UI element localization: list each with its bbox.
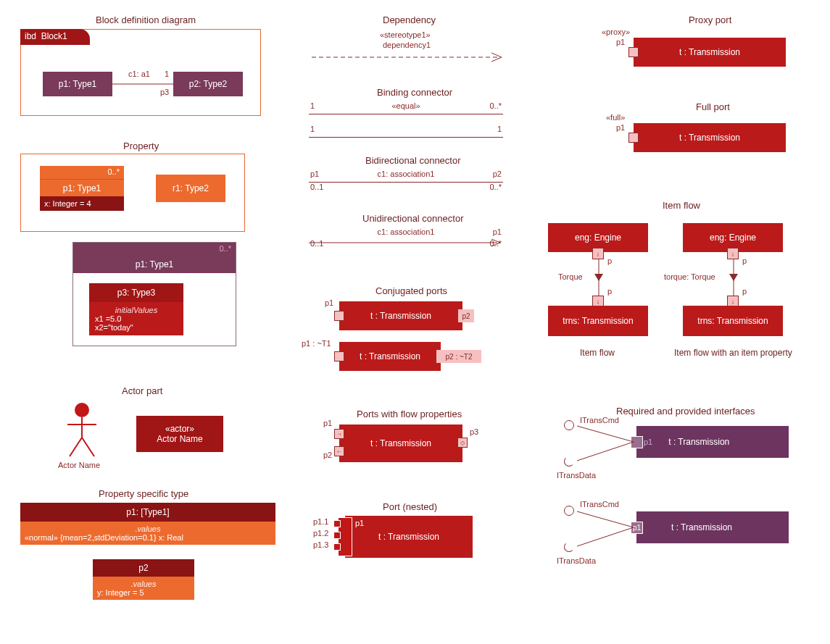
bidir-tr: p2 (493, 170, 502, 178)
iface2-cmd: ITransCmd (580, 500, 619, 509)
prop-title: Property (123, 141, 159, 151)
bind-bl: 1 (310, 125, 315, 133)
if2-trns: trns: Transmission (683, 306, 783, 336)
uni-title: Unidirectional connector (362, 213, 463, 224)
if1-port-top: ↓ (592, 248, 604, 259)
bdd-title: Block definition diagram (96, 14, 196, 25)
flow-triangle-icon (593, 272, 605, 284)
if1-trns: trns: Transmission (548, 306, 648, 336)
prop-nested: 0..* p1: Type1 p3: Type3 initialValues x… (72, 242, 236, 346)
bidir-block: p1 c1: association1 p2 0..1 0..* (309, 170, 503, 194)
arc-icon (564, 456, 574, 467)
bind-br: 1 (497, 125, 502, 133)
nested-p13 (333, 543, 341, 551)
nested-p11-label: p1.1 (313, 517, 328, 526)
bind-eq: «equal» (391, 101, 420, 110)
prop-p1-mult: 0..* (40, 166, 124, 179)
bidir-bl: 0..1 (310, 183, 323, 191)
actor-box: «actor» Actor Name (136, 416, 223, 452)
if1-ptop: p (607, 256, 612, 265)
bdd-tab: ibd Block1 (20, 29, 90, 45)
if2-cap: Item flow with an item property (674, 348, 792, 358)
nested-p13-label: p1.3 (313, 540, 328, 549)
iface1-lines (567, 423, 634, 467)
prop-r1: r1: Type2 (156, 175, 225, 202)
conj-p2: p2 (458, 309, 474, 322)
conj-p2b: p2 : ~T2 (436, 350, 481, 363)
arc-icon (564, 542, 574, 552)
itemflow-title: Item flow (663, 200, 700, 211)
iface1-p: p1 (644, 438, 652, 446)
conj-p1: p1 (325, 298, 333, 307)
conj-box1: t : Transmission (339, 301, 462, 330)
ibd-label: ibd (25, 31, 36, 41)
pst-p1: p1: [Type1] (20, 503, 275, 522)
conj-p1b-port (334, 351, 344, 361)
bdd-p1: p1: Type1 (43, 72, 112, 96)
pst-values2: .values (97, 580, 190, 588)
svg-line-14 (577, 511, 634, 527)
pst-p2: p2 (93, 559, 194, 577)
block-name: Block1 (41, 31, 67, 41)
prop-p1-name: p1: Type1 (40, 179, 124, 196)
actor-name-label: Actor Name (58, 461, 100, 469)
proxy-box: t : Transmission (634, 38, 786, 67)
bdd-frame: ibd Block1 p1: Type1 p2: Type2 c1: a1 1 … (20, 29, 261, 116)
pst-expr: «normal» {mean=2,stdDeviation=0.1} x: Re… (25, 533, 271, 542)
uni-tr: p1 (493, 227, 502, 236)
nested-title: Port (nested) (383, 501, 437, 512)
svg-line-5 (82, 438, 94, 456)
full-box: t : Transmission (634, 123, 786, 152)
if2-pbot: p (742, 287, 747, 296)
uni-conn: c1: association1 (378, 227, 435, 236)
flow-triangle-icon (728, 272, 739, 284)
prop-p1: 0..* p1: Type1 x: Integer = 4 (40, 166, 124, 211)
flowport-p2-label: p2 (323, 451, 332, 459)
full-stereo: «full» (606, 113, 625, 122)
svg-point-1 (75, 403, 89, 417)
nested-p12 (333, 532, 341, 539)
conj-title: Conjugated ports (375, 285, 447, 296)
dep-title: Dependency (383, 14, 436, 25)
svg-line-13 (577, 442, 634, 461)
nested-p11 (333, 520, 341, 527)
prop-p1-attr: x: Integer = 4 (40, 196, 124, 211)
proxy-stereo: «proxy» (602, 28, 630, 36)
if1-cap: Item flow (580, 348, 615, 358)
iface1-box: p1 t : Transmission (636, 426, 789, 458)
iface-title: Required and provided interfaces (616, 406, 755, 417)
flowports-title: Ports with flow properties (357, 409, 462, 419)
full-port (628, 133, 639, 143)
bind-block: 1 «equal» 0..* 1 1 (309, 101, 503, 138)
if1-pbot: p (607, 287, 612, 296)
proxy-title: Proxy port (689, 14, 731, 25)
svg-marker-11 (729, 274, 738, 281)
bdd-conn: c1: a1 (128, 70, 150, 78)
proxy-p: p1 (616, 38, 625, 46)
nested-p1-label: p1 (355, 519, 364, 527)
prop-nested-p3: p3: Type3 (89, 283, 183, 302)
full-title: Full port (696, 101, 730, 112)
actor-stick-icon (65, 401, 99, 458)
iface1-txt: t : Transmission (668, 437, 729, 447)
if2-ptop: p (742, 256, 747, 265)
nested-p12-label: p1.2 (313, 529, 328, 538)
bind-title: Binding connector (377, 87, 452, 98)
iv-x2: x2="today" (95, 323, 178, 332)
svg-line-15 (577, 527, 634, 546)
if2-port-top: ↓ (727, 248, 739, 259)
iface1-cmd: ITransCmd (580, 416, 619, 425)
flowports-box: t : Transmission (339, 425, 462, 462)
bind-tl: 1 (310, 101, 315, 110)
flowport-p3-label: p3 (470, 427, 478, 436)
svg-line-12 (577, 426, 634, 442)
bidir-conn: c1: association1 (378, 170, 435, 178)
flowport-p1-label: p1 (323, 419, 332, 427)
circle-icon (564, 506, 574, 516)
bind-tr: 0..* (489, 101, 502, 110)
dep-stereo: «stereotype1» (380, 30, 431, 39)
prop-nested-p1: p1: Type1 (73, 256, 236, 273)
pst-values: .values (25, 524, 271, 533)
iface2-txt: t : Transmission (671, 522, 732, 532)
proxy-port (628, 47, 639, 57)
